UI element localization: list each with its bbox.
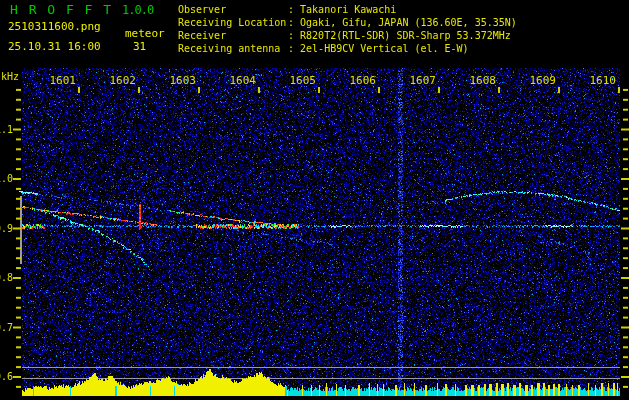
info-row-receiving-location: Receiving Location: Ogaki, Gifu, JAPAN (… — [178, 16, 517, 29]
info-label: Observer — [178, 3, 288, 16]
info-label: Receiving antenna — [178, 42, 288, 55]
observation-datetime: 25.10.31 16:00 — [8, 40, 101, 53]
y-axis-label-1.0: 1.0 — [0, 173, 13, 184]
app-version: 1.0.0 — [122, 3, 153, 17]
x-axis-label-1610: 1610 — [590, 74, 617, 87]
info-value: R820T2(RTL-SDR) SDR-Sharp 53.372MHz — [300, 30, 511, 41]
x-axis-label-1603: 1603 — [170, 74, 197, 87]
info-value: Ogaki, Gifu, JAPAN (136.60E, 35.35N) — [300, 17, 517, 28]
x-axis-label-1605: 1605 — [290, 74, 317, 87]
echo-count: 31 — [133, 40, 146, 53]
mode-label: meteor — [125, 27, 165, 40]
station-info-block: Observer: Takanori KawachiReceiving Loca… — [178, 3, 517, 55]
x-axis-label-1604: 1604 — [230, 74, 257, 87]
info-separator: : — [288, 30, 300, 41]
info-separator: : — [288, 17, 300, 28]
info-row-receiver: Receiver: R820T2(RTL-SDR) SDR-Sharp 53.3… — [178, 29, 517, 42]
x-axis-label-1606: 1606 — [350, 74, 377, 87]
y-axis-label-0.9: 0.9 — [0, 223, 13, 234]
x-axis-label-1607: 1607 — [410, 74, 437, 87]
info-label: Receiving Location — [178, 16, 288, 29]
x-axis-label-1601: 1601 — [50, 74, 77, 87]
info-row-observer: Observer: Takanori Kawachi — [178, 3, 517, 16]
output-filename: 2510311600.png — [8, 20, 101, 33]
hrofft-output-image: H R O F F T 1.0.0 2510311600.png meteor … — [0, 0, 629, 400]
info-label: Receiver — [178, 29, 288, 42]
x-axis-label-1608: 1608 — [470, 74, 497, 87]
y-axis-label-0.8: 0.8 — [0, 272, 13, 283]
info-value: Takanori Kawachi — [300, 4, 396, 15]
info-value: 2el-HB9CV Vertical (el. E-W) — [300, 43, 469, 54]
y-axis-label-0.6: 0.6 — [0, 371, 13, 382]
spectrogram-canvas — [0, 0, 629, 400]
y-axis-label-0.7: 0.7 — [0, 322, 13, 333]
info-separator: : — [288, 4, 300, 15]
info-row-receiving-antenna: Receiving antenna: 2el-HB9CV Vertical (e… — [178, 42, 517, 55]
x-axis-label-1602: 1602 — [110, 74, 137, 87]
app-title: H R O F F T — [10, 2, 113, 17]
x-axis-label-1609: 1609 — [530, 74, 557, 87]
info-separator: : — [288, 43, 300, 54]
y-axis-label-1.1: 1.1 — [0, 124, 13, 135]
y-axis-unit-label: kHz — [1, 71, 19, 82]
